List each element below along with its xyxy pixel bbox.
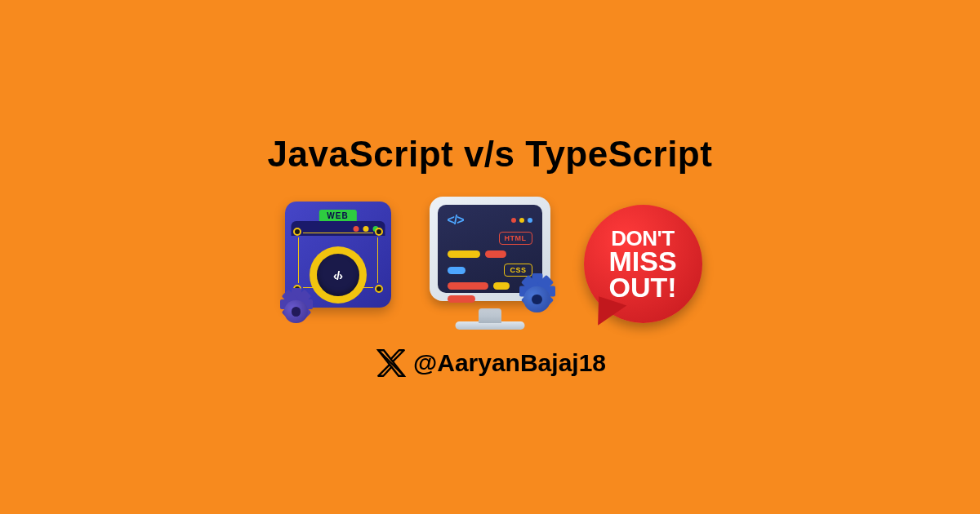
gear-icon [277, 292, 316, 331]
html-badge: HTML [499, 232, 532, 245]
bubble-line2: MISS [608, 247, 676, 275]
icons-row: WEB ‹/› [270, 195, 710, 330]
x-twitter-icon [374, 346, 408, 380]
code-monitor-icon: </> HTML CSS [423, 195, 558, 330]
web-dev-icon: WEB ‹/› [270, 195, 405, 330]
dont-miss-out-bubble: DON'T MISS OUT! [576, 195, 710, 330]
code-ring: ‹/› [310, 246, 367, 304]
code-symbol: </> [448, 213, 464, 228]
gear-icon [515, 277, 559, 321]
twitter-handle: @AaryanBajaj18 [413, 349, 606, 377]
speech-bubble-icon: DON'T MISS OUT! [584, 205, 702, 323]
screen-dots [511, 218, 532, 223]
window-dots [291, 221, 385, 236]
social-handle-row: @AaryanBajaj18 [374, 346, 606, 380]
code-symbol: ‹/› [317, 254, 359, 296]
bubble-line3: OUT! [608, 273, 676, 301]
page-title: JavaScript v/s TypeScript [268, 134, 713, 175]
browser-tab-label: WEB [318, 210, 356, 222]
